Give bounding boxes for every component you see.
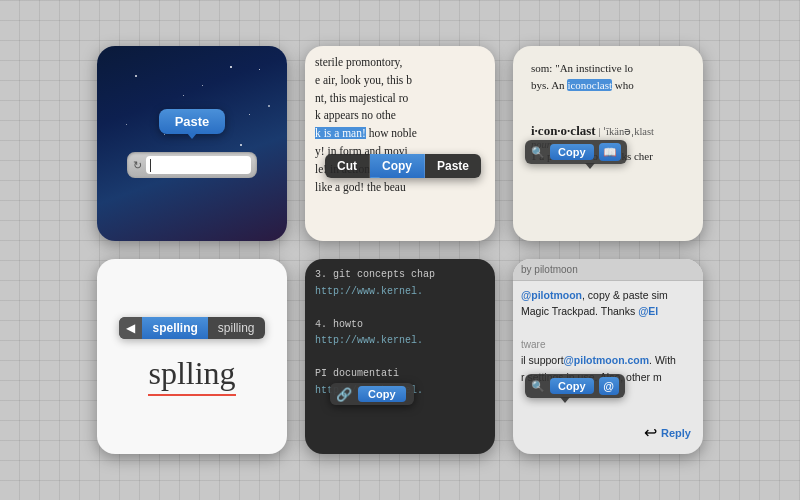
- stars-background: [97, 46, 287, 241]
- card-spellcheck: ◀ spelling spilling splling: [97, 259, 287, 454]
- card-terminal: 3. git concepts chap http://www.kernel. …: [305, 259, 495, 454]
- search-icon: 🔍: [531, 146, 545, 159]
- dict-copy-button[interactable]: Copy: [550, 144, 594, 160]
- spell-alternative-word[interactable]: spilling: [208, 317, 265, 339]
- terminal-copy-button[interactable]: Copy: [358, 386, 406, 402]
- terminal-line-2: http://www.kernel.: [315, 286, 423, 297]
- card-dictionary: som: "An instinctive lo bys. An iconocla…: [513, 46, 703, 241]
- screenshot-grid: Paste ↻ sterile promontory, e air, look …: [97, 46, 703, 454]
- copy-button[interactable]: Copy: [370, 154, 425, 178]
- context-menu: Cut Copy Paste: [325, 154, 481, 178]
- spell-selected-word[interactable]: spelling: [142, 317, 207, 339]
- terminal-line-3: 4. howto: [315, 319, 363, 330]
- terminal-line-5: PI documentati: [315, 368, 399, 379]
- reply-label: ↩: [644, 423, 657, 442]
- terminal-copy-bar: 🔗 Copy: [330, 383, 414, 405]
- text-line-5: k is a man! how noble: [315, 127, 417, 139]
- terminal-line-1: 3. git concepts chap: [315, 269, 435, 280]
- text-line-1: sterile promontory,: [315, 56, 402, 68]
- tweet-author: by pilotmoon: [521, 264, 578, 275]
- refresh-icon: ↻: [133, 159, 142, 172]
- paste-popup[interactable]: Paste: [159, 109, 226, 134]
- link-icon: 🔗: [336, 387, 352, 402]
- dict-pronunciation: | ˈīkänəˌklast: [598, 126, 654, 137]
- dict-word: i·con·o·clast: [531, 123, 596, 138]
- tweet-line-2: Magic Trackpad. Thanks: [521, 305, 638, 317]
- tweet-copy-button[interactable]: Copy: [550, 378, 594, 394]
- tweet-line-3b: . With: [649, 354, 676, 366]
- text-before-dict: som: "An instinctive lo: [531, 62, 633, 74]
- card-text-context: sterile promontory, e air, look you, thi…: [305, 46, 495, 241]
- tweet-footer: ↩ Reply: [644, 423, 691, 442]
- mention-2: @El: [638, 305, 658, 317]
- text-line-4: k appears no othe: [315, 109, 396, 121]
- tweet-label: tware: [521, 339, 545, 350]
- spell-prev-arrow[interactable]: ◀: [119, 317, 142, 339]
- text-line-2: e air, look you, this b: [315, 74, 412, 86]
- text-line-8: like a god! the beau: [315, 181, 406, 193]
- dict-highlighted-word: iconoclast: [567, 79, 612, 91]
- search-bar: ↻: [127, 152, 257, 178]
- card-search-paste: Paste ↻: [97, 46, 287, 241]
- tweet-at-button[interactable]: @: [599, 377, 619, 395]
- text-content: sterile promontory, e air, look you, thi…: [305, 46, 495, 205]
- tweet-action-bar: 🔍 Copy @: [525, 374, 625, 398]
- text-after-dict: who: [612, 79, 634, 91]
- tweet-line-1: , copy & paste sim: [582, 289, 668, 301]
- dict-book-button[interactable]: 📖: [599, 143, 621, 161]
- mention-1: @pilotmoon: [521, 289, 582, 301]
- tweet-line-3: il support: [521, 354, 564, 366]
- spell-suggestions-bar: ◀ spelling spilling: [119, 317, 264, 339]
- dict-action-bar: 🔍 Copy 📖: [525, 140, 627, 164]
- text-cursor: [150, 159, 151, 172]
- terminal-line-4: http://www.kernel.: [315, 335, 423, 346]
- text-line-3: nt, this majestical ro: [315, 92, 408, 104]
- tweet-search-icon: 🔍: [531, 380, 545, 393]
- text-bys: bys. An: [531, 79, 567, 91]
- misspelled-word: splling: [148, 355, 235, 396]
- paste-button[interactable]: Paste: [425, 154, 481, 178]
- email-mention: @pilotmoon.com: [564, 354, 649, 366]
- tweet-header: by pilotmoon: [513, 259, 703, 281]
- selected-text: k is a man!: [315, 127, 366, 139]
- card-twitter: by pilotmoon @pilotmoon, copy & paste si…: [513, 259, 703, 454]
- cut-button[interactable]: Cut: [325, 154, 370, 178]
- reply-button[interactable]: Reply: [661, 427, 691, 439]
- search-input[interactable]: [146, 156, 251, 174]
